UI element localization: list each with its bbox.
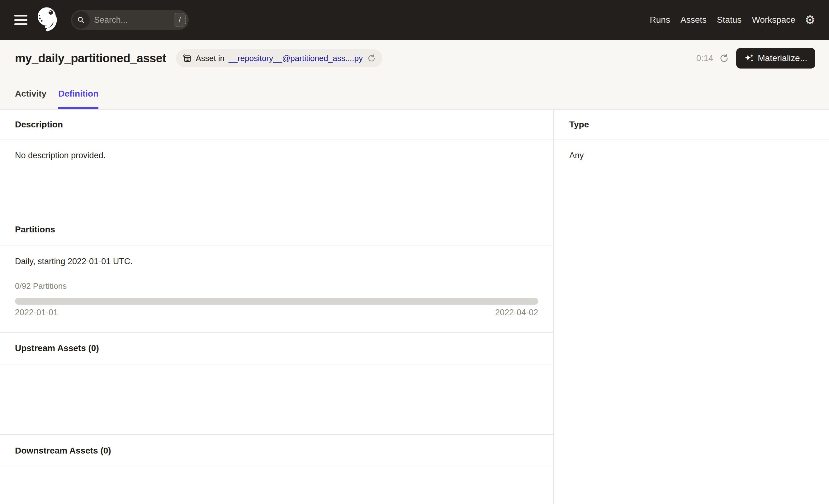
left-column: Description No description provided. Par… [0,110,553,504]
section-downstream-header: Downstream Assets (0) [0,435,553,467]
partitions-progress-bar [15,298,538,304]
badge-prefix-label: Asset in [195,53,224,63]
nav-item-workspace[interactable]: Workspace [752,15,795,25]
refresh-icon [719,53,729,63]
materialize-label: Materialize... [758,53,807,63]
menu-button[interactable] [14,15,27,25]
search-icon-circle [72,11,90,29]
page-title: my_daily_partitioned_asset [15,52,166,65]
definition-content: Description No description provided. Par… [0,110,829,504]
materialize-button[interactable]: Materialize... [736,48,815,69]
partitions-progress-label: 0/92 Partitions [15,281,538,291]
right-column: Type Any [553,110,829,504]
dagster-logo-icon[interactable] [36,7,61,33]
type-value: Any [569,151,584,160]
downstream-content-empty [0,467,553,504]
nav-item-assets[interactable]: Assets [680,15,707,25]
top-navigation-bar: / Runs Assets Status Workspace ⚙ [0,0,829,40]
section-type-header: Type [554,110,829,140]
description-content: No description provided. [0,140,553,214]
settings-button[interactable]: ⚙ [805,14,815,26]
partition-range-end: 2022-04-02 [495,308,538,317]
reload-icon [367,54,375,63]
search-box[interactable]: / [71,10,189,30]
nav-item-runs[interactable]: Runs [650,15,670,25]
slash-shortcut-key-badge: / [174,13,186,27]
nav-item-status[interactable]: Status [717,15,742,25]
hamburger-icon [14,23,27,25]
refresh-button[interactable] [719,53,729,63]
gear-icon: ⚙ [805,14,815,26]
type-content: Any [554,140,829,160]
partitions-summary: Daily, starting 2022-01-01 UTC. [15,257,538,266]
section-description-header: Description [0,110,553,140]
description-empty-text: No description provided. [15,151,106,160]
topnav-links: Runs Assets Status Workspace [650,15,795,25]
refresh-countdown: 0:14 [696,53,714,63]
search-icon [77,16,85,24]
section-partitions-header: Partitions [0,214,553,246]
asset-tabs: Activity Definition [15,89,98,109]
partition-range-row: 2022-01-01 2022-04-02 [15,308,538,317]
repo-grid-icon [183,54,191,63]
tab-definition[interactable]: Definition [58,89,98,109]
upstream-content-empty [0,364,553,435]
reload-location-button[interactable] [367,54,375,63]
partitions-content: Daily, starting 2022-01-01 UTC. 0/92 Par… [0,246,553,333]
hamburger-icon [14,15,27,16]
hamburger-icon [14,19,27,21]
search-input[interactable] [90,15,174,25]
section-upstream-header: Upstream Assets (0) [0,333,553,364]
asset-location-badge: Asset in __repository__@partitioned_ass.… [176,49,383,67]
title-row: my_daily_partitioned_asset Asset in __re… [0,40,829,69]
tab-activity[interactable]: Activity [15,89,46,109]
repository-link[interactable]: __repository__@partitioned_ass....py [228,53,363,63]
sparkles-icon [744,53,754,63]
page-header: my_daily_partitioned_asset Asset in __re… [0,40,829,110]
partition-range-start: 2022-01-01 [15,308,58,317]
